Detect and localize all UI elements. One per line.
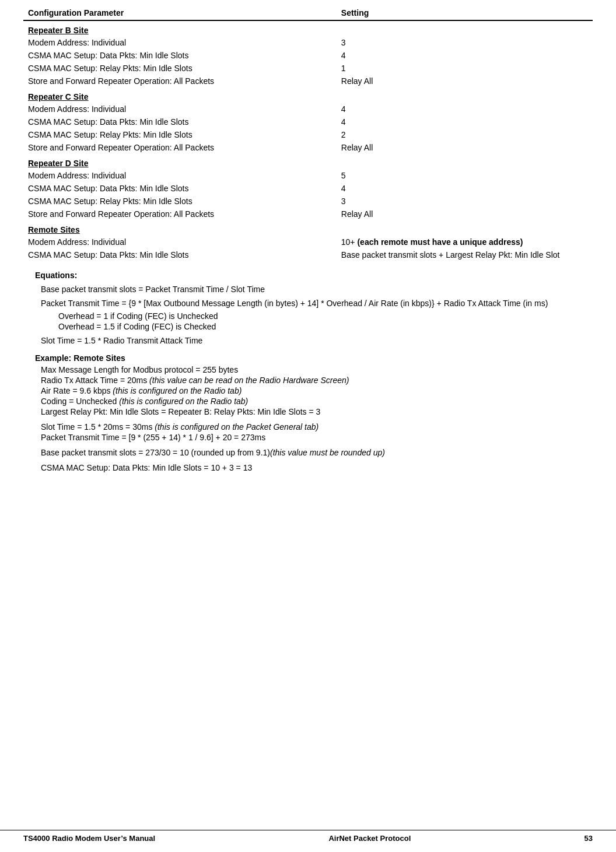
col-header-param: Configuration Parameter [23,6,337,20]
equation-line: Packet Transmit Time = {9 * [Max Outboun… [35,299,593,308]
table-row: Modem Address: Individual4 [23,103,593,115]
setting-cell: 3 [337,36,593,49]
example-line: Radio Tx Attack Time = 20ms (this value … [35,376,593,385]
section-header-label: Repeater C Site [23,87,593,103]
param-cell: CSMA MAC Setup: Data Pkts: Min Idle Slot… [23,182,337,195]
table-row: Store and Forward Repeater Operation: Al… [23,141,593,154]
example-line: Max Message Length for Modbus protocol =… [35,365,593,374]
param-cell: Modem Address: Individual [23,236,337,248]
param-cell: Store and Forward Repeater Operation: Al… [23,208,337,220]
table-row: Modem Address: Individual3 [23,36,593,49]
equations-title: Equations: [35,271,593,280]
config-table: Configuration Parameter Setting Repeater… [23,6,593,261]
table-section-header: Repeater B Site [23,20,593,36]
param-cell: Store and Forward Repeater Operation: Al… [23,141,337,154]
example-line: Packet Transmit Time = [9 * (255 + 14) *… [35,433,593,442]
param-cell: CSMA MAC Setup: Relay Pkts: Min Idle Slo… [23,62,337,75]
setting-cell: 4 [337,115,593,128]
setting-cell: 4 [337,103,593,115]
setting-cell: 2 [337,128,593,141]
setting-cell: Relay All [337,208,593,220]
table-row: CSMA MAC Setup: Data Pkts: Min Idle Slot… [23,115,593,128]
param-cell: Modem Address: Individual [23,169,337,182]
section-header-label: Remote Sites [23,220,593,236]
table-row: CSMA MAC Setup: Relay Pkts: Min Idle Slo… [23,62,593,75]
example-line: CSMA MAC Setup: Data Pkts: Min Idle Slot… [35,463,593,472]
footer: TS4000 Radio Modem User’s Manual AirNet … [0,830,616,846]
setting-cell: 3 [337,195,593,208]
table-section-header: Repeater C Site [23,87,593,103]
example-section: Example: Remote Sites Max Message Length… [23,353,593,472]
example-line: Air Rate = 9.6 kbps (this is configured … [35,386,593,395]
setting-cell: 4 [337,49,593,62]
setting-cell: Relay All [337,75,593,87]
table-section-header: Repeater D Site [23,154,593,169]
setting-cell: Base packet transmit slots + Largest Rel… [337,248,593,261]
section-header-label: Repeater B Site [23,20,593,36]
equations-section: Equations: Base packet transmit slots = … [23,271,593,345]
footer-right: 53 [584,834,593,843]
table-row: CSMA MAC Setup: Relay Pkts: Min Idle Slo… [23,128,593,141]
param-cell: CSMA MAC Setup: Data Pkts: Min Idle Slot… [23,49,337,62]
table-row: Modem Address: Individual5 [23,169,593,182]
param-cell: CSMA MAC Setup: Relay Pkts: Min Idle Slo… [23,195,337,208]
equation-line: Overhead = 1.5 if Coding (FEC) is Checke… [35,322,593,331]
example-line: Slot Time = 1.5 * 20ms = 30ms (this is c… [35,422,593,432]
equation-line: Overhead = 1 if Coding (FEC) is Unchecke… [35,311,593,321]
table-row: Modem Address: Individual10+ (each remot… [23,236,593,248]
example-line: Coding = Unchecked (this is configured o… [35,397,593,406]
setting-cell: Relay All [337,141,593,154]
param-cell: Modem Address: Individual [23,36,337,49]
table-row: Store and Forward Repeater Operation: Al… [23,208,593,220]
table-row: Store and Forward Repeater Operation: Al… [23,75,593,87]
param-cell: CSMA MAC Setup: Relay Pkts: Min Idle Slo… [23,128,337,141]
param-cell: CSMA MAC Setup: Data Pkts: Min Idle Slot… [23,115,337,128]
table-row: CSMA MAC Setup: Data Pkts: Min Idle Slot… [23,49,593,62]
example-line: Largest Relay Pkt: Min Idle Slots = Repe… [35,407,593,416]
footer-center: AirNet Packet Protocol [328,834,411,843]
param-cell: Store and Forward Repeater Operation: Al… [23,75,337,87]
footer-left: TS4000 Radio Modem User’s Manual [23,834,155,843]
page-container: Configuration Parameter Setting Repeater… [0,0,616,509]
example-title: Example: Remote Sites [35,353,593,363]
setting-cell: 5 [337,169,593,182]
setting-cell: 10+ (each remote must have a unique addr… [337,236,593,248]
equation-line: Base packet transmit slots = Packet Tran… [35,285,593,294]
example-line: Base packet transmit slots = 273/30 = 10… [35,448,593,457]
equation-line: Slot Time = 1.5 * Radio Transmit Attack … [35,336,593,345]
table-row: CSMA MAC Setup: Data Pkts: Min Idle Slot… [23,248,593,261]
col-header-setting: Setting [337,6,593,20]
table-row: CSMA MAC Setup: Data Pkts: Min Idle Slot… [23,182,593,195]
table-row: CSMA MAC Setup: Relay Pkts: Min Idle Slo… [23,195,593,208]
param-cell: CSMA MAC Setup: Data Pkts: Min Idle Slot… [23,248,337,261]
section-header-label: Repeater D Site [23,154,593,169]
table-section-header: Remote Sites [23,220,593,236]
setting-cell: 4 [337,182,593,195]
setting-cell: 1 [337,62,593,75]
param-cell: Modem Address: Individual [23,103,337,115]
